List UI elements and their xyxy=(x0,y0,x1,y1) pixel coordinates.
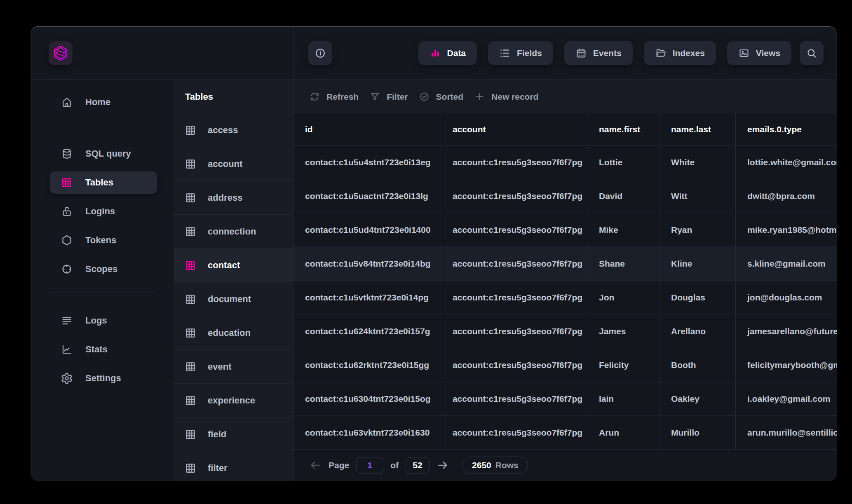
nav-button[interactable]: Indexes xyxy=(644,41,716,65)
grid-header-cell[interactable]: id xyxy=(293,113,441,145)
sidebar-item[interactable]: Settings xyxy=(50,367,157,389)
cell-id: contact:c1u62rktnt723e0i15gg xyxy=(293,348,441,382)
nav-button[interactable]: Events xyxy=(564,41,633,65)
cell-name-last: Arellano xyxy=(660,314,736,348)
grid-row[interactable]: contact:c1u624ktnt723e0i157g account:c1r… xyxy=(293,314,837,348)
grid-icon xyxy=(184,124,197,136)
nav-button-label: Events xyxy=(593,48,622,58)
cell-account: account:c1resu5g3seoo7f6f7pg xyxy=(441,145,587,179)
grid-header-cell[interactable]: emails.0.type xyxy=(736,113,837,145)
row-count: 2650 xyxy=(472,460,491,470)
page-input[interactable]: 1 xyxy=(356,457,383,474)
table-name: event xyxy=(208,361,231,372)
grid-icon xyxy=(184,259,197,272)
table-list-item[interactable]: document xyxy=(174,282,293,316)
table-list-item[interactable]: field xyxy=(174,417,293,451)
sidebar-item-label: Stats xyxy=(85,344,108,355)
grid-row[interactable]: contact:c1u63vktnt723e0i1630 account:c1r… xyxy=(293,416,837,450)
toolbar-action[interactable]: Filter xyxy=(369,91,408,102)
sidebar-item[interactable]: Logs xyxy=(50,309,157,332)
cell-account: account:c1resu5g3seoo7f6f7pg xyxy=(441,314,587,348)
pagination-bar: Page 1 of 52 2650 Rows xyxy=(293,450,837,481)
arrow-left-icon[interactable] xyxy=(309,459,322,471)
filter-icon xyxy=(369,91,380,102)
cell-email-type: arun.murillo@sentillion.com xyxy=(736,416,837,449)
grid-row[interactable]: contact:c1u62rktnt723e0i15gg account:c1r… xyxy=(293,348,837,382)
grid-row[interactable]: contact:c1u5u4stnt723e0i13eg account:c1r… xyxy=(293,145,837,179)
sidebar-item-label: Tables xyxy=(85,177,113,188)
sidebar-item[interactable]: Stats xyxy=(50,338,157,361)
grid-header-cell[interactable]: name.first xyxy=(587,113,660,145)
app-window: Data Fields Events Indexes xyxy=(31,26,837,481)
sidebar-item[interactable]: Tokens xyxy=(50,229,157,251)
surrealdb-logo-button[interactable] xyxy=(49,41,73,65)
grid-header-cell[interactable]: account xyxy=(441,113,587,145)
sidebar-item[interactable]: Tables xyxy=(50,171,157,194)
table-list-item[interactable]: address xyxy=(174,181,293,215)
cell-name-first: Felicity xyxy=(587,348,660,382)
database-icon xyxy=(61,148,73,160)
table-list-item[interactable]: event xyxy=(174,350,293,384)
table-list-item[interactable]: filter xyxy=(174,451,293,481)
toolbar-action[interactable]: Sorted xyxy=(419,91,464,102)
grid-row[interactable]: contact:c1u5uactnt723e0i13lg account:c1r… xyxy=(293,179,837,213)
cell-id: contact:c1u5ud4tnt723e0i1400 xyxy=(293,213,441,246)
sidebar-item[interactable]: Home xyxy=(50,91,157,113)
cell-id: contact:c1u5uactnt723e0i13lg xyxy=(293,179,441,213)
toolbar-action[interactable]: New record xyxy=(474,91,538,102)
table-name: document xyxy=(208,294,251,305)
surrealdb-logo-icon xyxy=(52,45,69,62)
toolbar-action-label: New record xyxy=(491,92,538,102)
column-label: emails.0.type xyxy=(747,124,802,134)
toolbar-action[interactable]: Refresh xyxy=(309,91,359,102)
sidebar-item[interactable]: Logins xyxy=(50,200,157,223)
grid-header-cell[interactable]: name.last xyxy=(660,113,736,145)
cell-name-first: Jon xyxy=(587,281,660,314)
sidebar: Home SQL query Tables Logins xyxy=(31,80,174,481)
calendar-icon xyxy=(575,47,587,59)
of-label: of xyxy=(390,460,399,470)
table-list-item[interactable]: connection xyxy=(174,215,293,248)
cell-account: account:c1resu5g3seoo7f6f7pg xyxy=(441,179,587,213)
info-button[interactable] xyxy=(308,41,332,65)
sidebar-item-label: Logins xyxy=(85,206,115,217)
cell-email-type: jon@douglas.com xyxy=(736,281,837,314)
cell-name-first: Lottie xyxy=(587,145,660,179)
grid-icon xyxy=(184,462,197,474)
grid-icon xyxy=(184,428,197,441)
arrow-right-icon[interactable] xyxy=(437,459,449,471)
sidebar-item-label: Home xyxy=(85,97,110,108)
nav-button[interactable]: Data xyxy=(418,41,477,65)
cell-account: account:c1resu5g3seoo7f6f7pg xyxy=(441,213,587,246)
nav-button[interactable]: Views xyxy=(727,41,791,65)
sidebar-item[interactable]: SQL query xyxy=(50,143,157,165)
table-list-item[interactable]: experience xyxy=(174,384,293,417)
search-button[interactable] xyxy=(800,41,824,65)
cell-account: account:c1resu5g3seoo7f6f7pg xyxy=(441,382,587,415)
grid-row[interactable]: contact:c1u5vtktnt723e0i14pg account:c1r… xyxy=(293,281,837,314)
grid-row[interactable]: contact:c1u5v84tnt723e0i14bg account:c1r… xyxy=(293,247,837,281)
cell-id: contact:c1u63vktnt723e0i1630 xyxy=(293,416,441,449)
table-name: address xyxy=(208,192,242,203)
table-list-item[interactable]: account xyxy=(174,147,293,181)
grid-row[interactable]: contact:c1u6304tnt723e0i15og account:c1r… xyxy=(293,382,837,416)
cell-email-type: s.kline@gmail.com xyxy=(736,247,837,280)
sidebar-item[interactable]: Scopes xyxy=(50,258,157,280)
cell-email-type: i.oakley@gmail.com xyxy=(736,382,837,415)
grid-header-row: id account name.first name.last emails.0… xyxy=(293,113,837,145)
search-icon xyxy=(806,47,817,59)
nav-button[interactable]: Fields xyxy=(488,41,553,65)
sidebar-item-label: Tokens xyxy=(85,235,116,246)
cell-name-last: Oakley xyxy=(660,382,736,415)
grid-icon xyxy=(184,361,197,373)
cell-name-last: Douglas xyxy=(660,281,736,314)
table-list-item[interactable]: contact xyxy=(174,248,293,282)
table-list-item[interactable]: access xyxy=(174,113,293,147)
sidebar-item-label: Scopes xyxy=(85,264,117,274)
cell-id: contact:c1u5vtktnt723e0i14pg xyxy=(293,281,441,314)
sidebar-divider xyxy=(50,293,157,293)
grid-row[interactable]: contact:c1u5ud4tnt723e0i1400 account:c1r… xyxy=(293,213,837,247)
grid-icon xyxy=(184,293,197,305)
table-list-item[interactable]: education xyxy=(174,316,293,350)
total-pages-box: 52 xyxy=(406,457,430,474)
